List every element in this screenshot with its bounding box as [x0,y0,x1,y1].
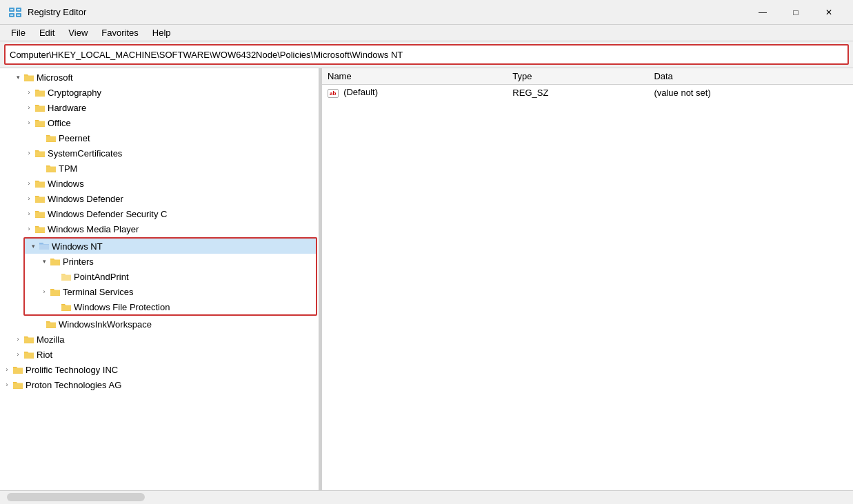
tree-item-hardware[interactable]: › Hardware [0,100,319,115]
app-icon [8,6,22,19]
menu-edit[interactable]: Edit [32,26,61,39]
horizontal-scrollbar-thumb[interactable] [7,493,145,501]
tree-item-mozilla[interactable]: › Mozilla [0,332,319,347]
col-data[interactable]: Data [648,68,853,85]
folder-icon-tpm [46,163,57,174]
tree-item-windows-defender[interactable]: › Windows Defender [0,191,319,206]
title-bar: Registry Editor — □ ✕ [0,0,853,25]
expander-terminal-services[interactable]: › [39,286,50,297]
folder-icon-hardware [34,102,46,113]
folder-icon-riot [23,349,34,360]
tree-label-windows: Windows [48,179,84,189]
tree-item-windows-media-player[interactable]: › Windows Media Player [0,221,319,236]
close-button[interactable]: ✕ [813,2,845,23]
table-row[interactable]: ab (Default) REG_SZ (value not set) [322,85,853,101]
bottom-scrollbar[interactable] [0,490,853,503]
expander-printers[interactable]: ▾ [39,256,50,267]
expander-office[interactable]: › [23,117,34,128]
tree-label-hardware: Hardware [48,103,86,113]
tree-label-tpm: TPM [59,163,77,174]
tree-item-prolific[interactable]: › Prolific Technology INC [0,362,319,377]
folder-icon-proton [12,379,23,390]
tree-label-printers: Printers [63,256,94,267]
tree-item-riot[interactable]: › Riot [0,347,319,362]
expander-microsoft[interactable]: ▾ [12,72,23,83]
tree-item-windowsinkworkspace[interactable]: › WindowsInkWorkspace [0,316,319,332]
tree-label-windows-defender: Windows Defender [48,194,123,204]
expander-windows-media-player[interactable]: › [23,223,34,234]
address-path[interactable]: Computer\HKEY_LOCAL_MACHINE\SOFTWARE\WOW… [10,50,843,60]
tree-label-windows-defender-security: Windows Defender Security C [48,209,167,219]
folder-icon-printers [50,256,61,267]
expander-windows-defender-security[interactable]: › [23,208,34,219]
row-data: (value not set) [648,85,853,101]
address-bar[interactable]: Computer\HKEY_LOCAL_MACHINE\SOFTWARE\WOW… [4,44,849,65]
menu-file[interactable]: File [4,26,32,39]
folder-icon-pointandprint [61,271,72,282]
col-name[interactable]: Name [322,68,507,85]
tree-item-pointandprint[interactable]: › PointAndPrint [25,269,316,284]
folder-icon-windows-nt [39,241,50,252]
expander-cryptography[interactable]: › [23,87,34,98]
expander-riot[interactable]: › [12,349,23,360]
folder-icon-peernet [46,132,57,143]
row-name: (Default) [343,87,378,97]
svg-rect-4 [10,9,13,10]
window-title: Registry Editor [28,7,741,17]
tree-label-mozilla: Mozilla [37,334,64,345]
tree-item-systemcertificates[interactable]: › SystemCertificates [0,145,319,161]
folder-icon-systemcertificates [34,148,46,159]
menu-bar: File Edit View Favorites Help [0,25,853,41]
tree-item-windows-file-protection[interactable]: › Windows File Protection [25,299,316,314]
folder-icon-windowsinkworkspace [46,319,57,330]
expander-windows[interactable]: › [23,178,34,189]
folder-icon-microsoft [23,72,34,83]
tree-item-terminal-services[interactable]: › Terminal Services [25,284,316,299]
expander-systemcertificates[interactable]: › [23,148,34,159]
tree-label-windows-file-protection: Windows File Protection [74,302,170,312]
expander-windows-defender[interactable]: › [23,193,34,204]
tree-label-cryptography: Cryptography [48,88,101,98]
expander-hardware[interactable]: › [23,102,34,113]
folder-icon-windows-media-player [34,223,46,234]
folder-icon-terminal-services [50,286,61,297]
menu-view[interactable]: View [61,26,94,39]
registry-table: Name Type Data ab (Default) REG_SZ (valu… [322,68,853,100]
svg-rect-6 [10,14,13,16]
folder-icon-windows-defender [34,193,46,204]
tree-label-windows-nt: Windows NT [52,241,103,252]
expander-prolific[interactable]: › [1,364,12,375]
maximize-button[interactable]: □ [780,2,812,23]
folder-icon-prolific [12,364,23,375]
col-type[interactable]: Type [507,68,648,85]
tree-item-microsoft[interactable]: ▾ Microsoft [0,70,319,85]
folder-icon-office [34,117,46,128]
tree-label-microsoft: Microsoft [37,72,73,83]
tree-label-pointandprint: PointAndPrint [74,272,129,282]
tree-item-cryptography[interactable]: › Cryptography [0,85,319,100]
minimize-button[interactable]: — [747,2,779,23]
expander-mozilla[interactable]: › [12,334,23,345]
tree-item-windows-nt[interactable]: ▾ Windows NT [25,239,316,254]
main-content: ▾ Microsoft › Cryptography › Hardware › [0,68,853,490]
tree-panel[interactable]: ▾ Microsoft › Cryptography › Hardware › [0,68,319,490]
folder-icon-windows [34,178,46,189]
tree-item-office[interactable]: › Office [0,115,319,130]
tree-label-office: Office [48,118,71,128]
tree-item-windows[interactable]: › Windows [0,176,319,191]
tree-label-peernet: Peernet [59,133,90,143]
expander-proton[interactable]: › [1,379,12,390]
tree-label-riot: Riot [37,350,52,360]
tree-item-windows-defender-security[interactable]: › Windows Defender Security C [0,206,319,221]
menu-favorites[interactable]: Favorites [94,26,145,39]
tree-item-proton[interactable]: › Proton Technologies AG [0,377,319,392]
tree-item-peernet[interactable]: › Peernet [0,130,319,145]
tree-item-tpm[interactable]: › TPM [0,161,319,176]
svg-rect-5 [17,9,20,10]
tree-label-prolific: Prolific Technology INC [26,365,118,375]
row-name-cell: ab (Default) [322,85,507,101]
tree-item-printers[interactable]: ▾ Printers [25,254,316,269]
expander-windows-nt[interactable]: ▾ [28,241,39,252]
menu-help[interactable]: Help [145,26,178,39]
folder-icon-cryptography [34,87,46,98]
